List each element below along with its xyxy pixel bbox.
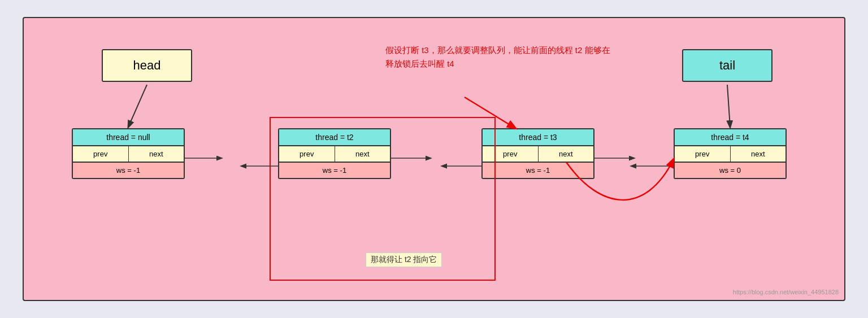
- node-4-ws: ws = 0: [675, 163, 785, 178]
- node-1-next: next: [129, 146, 184, 162]
- node-3-ws: ws = -1: [483, 163, 593, 178]
- tail-label: tail: [682, 49, 772, 82]
- node-1-thread: thread = null: [106, 133, 150, 142]
- node-2: thread = t2 prev next ws = -1: [278, 128, 391, 179]
- tail-text: tail: [719, 58, 735, 72]
- node-1: thread = null prev next ws = -1: [72, 128, 185, 179]
- node-2-ws: ws = -1: [279, 163, 390, 178]
- node-1-prev: prev: [73, 146, 129, 162]
- head-to-node1-arrow: [128, 85, 147, 127]
- annotation-text: 假设打断 t3，那么就要调整队列，能让前面的线程 t2 能够在 释放锁后去叫醒 …: [385, 43, 610, 71]
- node-4-prev: prev: [675, 146, 731, 162]
- node-3-prev: prev: [483, 146, 539, 162]
- node-4-thread: thread = t4: [711, 133, 749, 142]
- main-diagram: head tail thread = null prev next ws = -…: [23, 17, 845, 301]
- node-3-header: thread = t3: [483, 129, 593, 146]
- node-4: thread = t4 prev next ws = 0: [674, 128, 787, 179]
- node-2-prev: prev: [279, 146, 335, 162]
- node-3-thread: thread = t3: [519, 133, 557, 142]
- node-1-ws: ws = -1: [73, 163, 184, 178]
- watermark: https://blog.csdn.net/weixin_44951828: [733, 289, 839, 295]
- node-3-next: next: [539, 146, 594, 162]
- node-4-next: next: [731, 146, 786, 162]
- label-note: 那就得让 t2 指向它: [366, 252, 442, 267]
- node-1-header: thread = null: [73, 129, 184, 146]
- head-label: head: [102, 49, 192, 82]
- head-text: head: [133, 58, 161, 72]
- node-3: thread = t3 prev next ws = -1: [481, 128, 594, 179]
- node-2-next: next: [335, 146, 390, 162]
- node-4-header: thread = t4: [675, 129, 785, 146]
- node-2-header: thread = t2: [279, 129, 390, 146]
- tail-to-node4-arrow: [727, 85, 730, 127]
- node-2-thread: thread = t2: [315, 133, 353, 142]
- annotation-arrow: [465, 97, 515, 128]
